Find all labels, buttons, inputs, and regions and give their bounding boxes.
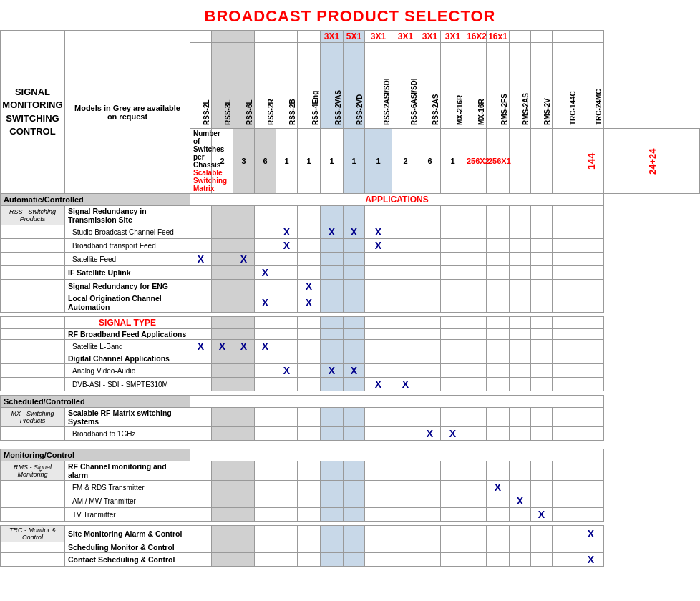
c-rss6asi xyxy=(392,206,419,225)
models-desc: Models in Grey are availableon request xyxy=(65,31,190,194)
col-label-rss6asi: RSS-6ASI/SDI xyxy=(392,43,419,129)
sw-rss3l: 3 xyxy=(233,129,255,194)
sw-mx216r: 256X2 xyxy=(465,129,487,194)
col-top-mx16r: 16X2 xyxy=(465,31,487,43)
c-rss2as xyxy=(419,206,441,225)
col-label-rss2as: RSS-2AS xyxy=(419,43,441,129)
local-orig-row: Local Origination Channel Automation X X xyxy=(1,293,700,313)
c-mx216r xyxy=(441,206,465,225)
c-rss2b xyxy=(276,206,298,225)
col-label-rss2r: RSS-2R xyxy=(255,43,276,129)
c-rss4eng xyxy=(298,206,321,225)
applications-label: APPLICATIONS xyxy=(190,194,604,206)
broadband-transport-row: Broadband transport Feed X X xyxy=(1,239,700,253)
c-rms2fs xyxy=(487,206,510,225)
auto-section-row: Automatic/Controlled APPLICATIONS xyxy=(1,194,700,206)
col-top-rms2as xyxy=(510,31,531,43)
am-mw-row: AM / MW Tranmitter X xyxy=(1,494,700,508)
c-rss6l xyxy=(233,206,255,225)
col-label-rss2asi: RSS-2ASI/SDI xyxy=(365,43,392,129)
sw-mx16r: 256X1 xyxy=(487,129,510,194)
col-top-rss2b xyxy=(276,31,298,43)
col-top-rss2as: 3X1 xyxy=(419,31,441,43)
c-rms2as xyxy=(510,206,531,225)
sw-rss2b: 1 xyxy=(298,129,321,194)
sw-trc144c: 144 xyxy=(578,129,604,194)
sched-section-row: Scheduled/Controlled xyxy=(1,396,700,408)
sw-rss2as: 1 xyxy=(441,129,465,194)
col-top-rms2fs: 16x1 xyxy=(487,31,510,43)
r1-main: Studio Broadcast Channel Feed xyxy=(65,225,190,239)
satellite-feed-row: Satellite Feed X X xyxy=(1,253,700,266)
col-label-mx216r: MX-216R xyxy=(441,43,465,129)
trc-cat-row: TRC - Monitor & Control Site Monitoring … xyxy=(1,526,700,542)
col-top-rss6asi: 3X1 xyxy=(392,31,419,43)
sig-red-eng-row: Signal Redundancy for ENG X xyxy=(1,280,700,293)
sw-rss2vas: 1 xyxy=(344,129,365,194)
sw-rms2as xyxy=(531,129,553,194)
col-label-trc144c: TRC-144C xyxy=(553,43,578,129)
col-top-rss2r xyxy=(255,31,276,43)
scheduling-mon-row: Scheduling Monitor & Control xyxy=(1,542,700,553)
c-rss2l xyxy=(190,206,212,225)
mon-section-row: Monitoring/Control xyxy=(1,449,700,461)
c-rss3l xyxy=(212,206,233,225)
col-label-rss2vas: RSS-2VAS xyxy=(321,43,344,129)
c-rss2vd xyxy=(344,206,365,225)
c-rss2r xyxy=(255,206,276,225)
c-mx16r xyxy=(465,206,487,225)
sw-rss6l: 6 xyxy=(255,129,276,194)
c-trc144c xyxy=(553,206,578,225)
sat-lband-row: Satellite L-Band X X X X xyxy=(1,340,700,353)
broadband-1ghz-row: Broadband to 1GHz X X xyxy=(1,427,700,441)
auto-section-label: Automatic/Controlled xyxy=(1,194,190,206)
tv-transmitter-row: TV Tranmitter X xyxy=(1,508,700,522)
col-label-rss3l: RSS-3L xyxy=(212,43,233,129)
analog-video-row: Analog Video-Audio X X X xyxy=(1,364,700,378)
col-label-rss2vd: RSS-2VD xyxy=(344,43,365,129)
rss-cat-row: RSS - Switching Products Signal Redundan… xyxy=(1,206,700,225)
col-label-rss4eng: RSS-4Eng xyxy=(298,43,321,129)
col-label-trc24mc: TRC-24MC xyxy=(578,43,604,129)
c-trc24mc xyxy=(578,206,604,225)
col-top-rss2vd: 5X1 xyxy=(344,31,365,43)
rf-broadband-row: RF Broadband Feed Applications xyxy=(1,329,700,340)
col-top-rss2asi: 3X1 xyxy=(365,31,392,43)
col-top-trc144c xyxy=(553,31,578,43)
col-top-rss4eng xyxy=(298,31,321,43)
c-rms2v xyxy=(531,206,553,225)
dvb-asi-row: DVB-ASI - SDI - SMPTE310M X X xyxy=(1,378,700,391)
col-label-rms2fs: RMS-2FS xyxy=(487,43,510,129)
c-rss2asi xyxy=(365,206,392,225)
col-label-rss6l: RSS-6L xyxy=(233,43,255,129)
sw-rms2fs xyxy=(510,129,531,194)
sw-rss2r: 1 xyxy=(276,129,298,194)
contact-sched-row: Contact Scheduling & Control X xyxy=(1,553,700,567)
fm-rds-row: FM & RDS Transmitter X xyxy=(1,481,700,494)
r1-left xyxy=(1,225,65,239)
sw-rss4eng: 1 xyxy=(321,129,344,194)
col-top-rss2l xyxy=(190,31,212,43)
col-top-rss6l xyxy=(233,31,255,43)
col-label-rss2b: RSS-2B xyxy=(276,43,298,129)
sw-trc24mc: 24+24 xyxy=(604,129,700,194)
sw-rms2v xyxy=(553,129,578,194)
switches-desc: Number of Switches per ChassisScalable S… xyxy=(190,129,212,194)
col-top-mx216r: 3X1 xyxy=(441,31,465,43)
c-rss2vas xyxy=(321,206,344,225)
sw-rss6asi: 6 xyxy=(419,129,441,194)
rms-cat-row: RMS - Signal Monitoring RF Channel monit… xyxy=(1,461,700,481)
col-label-mx16r: MX-16R xyxy=(465,43,487,129)
mx-cat-row: MX - Switching Products Scalable RF Matr… xyxy=(1,408,700,427)
col-label-rss2l: RSS-2L xyxy=(190,43,212,129)
if-satellite-uplink-row: IF Satellite Uplink X xyxy=(1,266,700,280)
sw-rss2vd: 1 xyxy=(365,129,392,194)
signal-type-row: SIGNAL TYPE xyxy=(1,317,700,329)
col-top-rss3l xyxy=(212,31,233,43)
digital-ch-row: Digital Channel Applications xyxy=(1,353,700,364)
col-top-trc24mc xyxy=(578,31,604,43)
page-title: BROADCAST PRODUCT SELECTOR xyxy=(0,0,700,30)
studio-broadcast-row: Studio Broadcast Channel Feed X X X X xyxy=(1,225,700,239)
rss-cat-left: RSS - Switching Products xyxy=(1,206,65,225)
top-numbers-row: SIGNALMONITORINGSWITCHINGCONTROL Models … xyxy=(1,31,700,43)
